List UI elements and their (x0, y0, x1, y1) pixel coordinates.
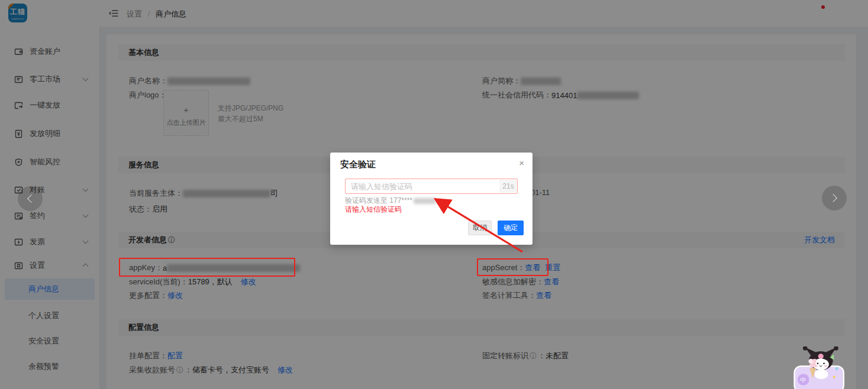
input-error-text: 请输入短信验证码 (345, 205, 402, 215)
chevron-right-icon (829, 194, 837, 202)
modal-title: 安全验证 (340, 159, 376, 170)
modal-close-icon[interactable]: × (519, 158, 524, 168)
appkey-annotation-box (119, 258, 295, 277)
carousel-prev-button[interactable] (18, 186, 43, 211)
chevron-left-icon (27, 194, 36, 203)
annotation-arrow (423, 190, 535, 258)
page: 工猫 gongmao.com 资金账户 零工市场 一键发放 发放明细 智能风控 … (0, 0, 868, 389)
mascot-sticker: 中 (784, 346, 855, 389)
appsecret-annotation-box (477, 258, 548, 276)
carousel-next-button[interactable] (822, 186, 847, 210)
mascot-badge: 中 (801, 377, 806, 383)
